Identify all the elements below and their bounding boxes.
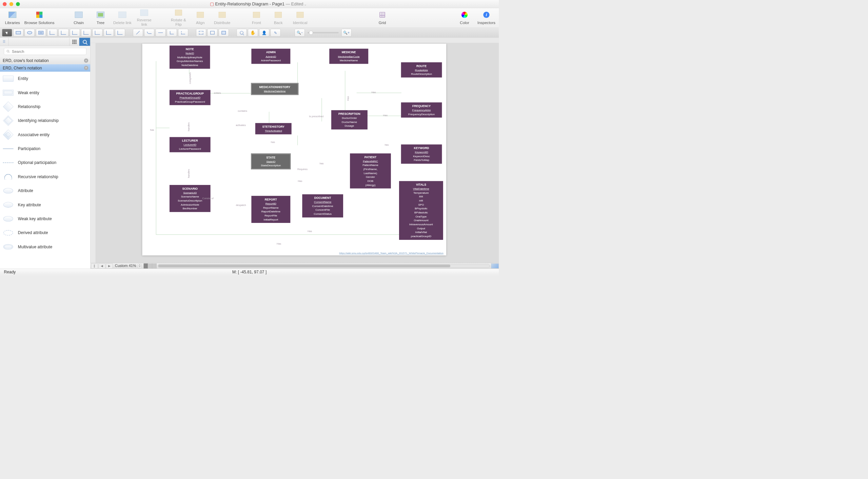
identical-button[interactable]: Identical bbox=[290, 9, 311, 27]
edge-label[interactable]: completes bbox=[189, 72, 192, 84]
library-crows-foot[interactable]: ERD, crow's foot notation× bbox=[0, 57, 90, 64]
pen-tool[interactable]: ✎ bbox=[271, 29, 281, 37]
zoom-in-tool[interactable] bbox=[237, 29, 247, 37]
line-tool-3[interactable] bbox=[156, 29, 166, 37]
zoom-readout[interactable]: Custom 41%▴▾ bbox=[115, 264, 141, 268]
shape-entity[interactable]: Entity bbox=[0, 71, 90, 85]
connector[interactable] bbox=[269, 112, 269, 123]
entity-lecturer[interactable]: LECTURERLecturerIDLecturerPassword bbox=[170, 137, 211, 152]
panel-expand-button[interactable]: ☰ bbox=[0, 38, 8, 46]
edge-label[interactable]: despatch bbox=[236, 204, 246, 207]
line-tool-5[interactable] bbox=[178, 29, 188, 37]
connector-tool-2[interactable] bbox=[58, 29, 68, 37]
edge-label[interactable]: Has bbox=[347, 96, 350, 101]
shape-weak-entity[interactable]: Weak entity bbox=[0, 86, 90, 100]
ellipse-tool[interactable] bbox=[24, 29, 35, 37]
entity-note[interactable]: NOTENoteIDMultidisciplinaryNoteGropuMemb… bbox=[170, 45, 210, 68]
edited-indicator[interactable]: — Edited ⌵ bbox=[286, 1, 306, 6]
edge-label[interactable]: Has bbox=[298, 180, 302, 183]
edge-label[interactable]: Has bbox=[277, 242, 281, 245]
horizontal-scrollbar[interactable] bbox=[158, 264, 490, 268]
group-tool-3[interactable] bbox=[219, 29, 229, 37]
minimize-window-button[interactable] bbox=[9, 2, 13, 6]
shape-multivalue-attribute[interactable]: Multivalue attribute bbox=[0, 240, 90, 254]
shape-key-attribute[interactable]: Key attribute bbox=[0, 198, 90, 212]
entity-medicationhistory[interactable]: MEDICATIONHISTORYMedicineDatetime bbox=[251, 83, 298, 95]
connector-tool-1[interactable] bbox=[47, 29, 57, 37]
reverse-link-button[interactable]: Reverse link bbox=[134, 9, 155, 27]
entity-medicine[interactable]: MEDICINEMedicineBarCodeMedicineName bbox=[329, 49, 368, 64]
user-tool[interactable]: 👤 bbox=[259, 29, 269, 37]
line-tool-4[interactable] bbox=[167, 29, 177, 37]
shape-derived-attribute[interactable]: Derived attribute bbox=[0, 226, 90, 240]
edge-label[interactable]: handles bbox=[187, 122, 190, 131]
align-button[interactable]: Align bbox=[190, 9, 211, 27]
entity-frequency[interactable]: FREQUENCYFrequencyAbbrFrequencyDescripti… bbox=[401, 102, 442, 118]
edge-label[interactable]: Consist of bbox=[202, 197, 214, 200]
source-link[interactable]: https://wiki.smu.edu.sg/is480/IS480_Team… bbox=[339, 252, 443, 255]
entity-stetehistory[interactable]: STETEHISTORYTimeActivated bbox=[255, 123, 292, 134]
edge-label[interactable]: has bbox=[320, 162, 324, 165]
connector-tool-5[interactable] bbox=[92, 29, 102, 37]
connector-tool-6[interactable] bbox=[104, 29, 114, 37]
line-tool-1[interactable] bbox=[133, 29, 143, 37]
connector[interactable] bbox=[357, 93, 401, 93]
text-tool[interactable] bbox=[36, 29, 46, 37]
library-search-input[interactable] bbox=[4, 48, 86, 55]
back-button[interactable]: Back bbox=[268, 9, 289, 27]
chain-button[interactable]: Chain bbox=[68, 9, 89, 27]
tree-button[interactable]: Tree bbox=[90, 9, 111, 27]
line-tool-2[interactable] bbox=[144, 29, 154, 37]
shape-optional-participation[interactable]: Optional participation bbox=[0, 156, 90, 170]
entity-admin[interactable]: ADMINAdminIDAdminPassword bbox=[251, 49, 290, 64]
page-carousel-button[interactable]: ‖ bbox=[91, 263, 98, 268]
libraries-button[interactable]: Libraries bbox=[2, 9, 23, 27]
entity-report[interactable]: REPORTReportIDReportNameRaportDatetimeRe… bbox=[251, 196, 290, 223]
entity-keyword[interactable]: KEYWORDKeywordIDKeywordDescFieldsToMap bbox=[401, 144, 442, 164]
edge-label[interactable]: Is prescribed bbox=[309, 115, 323, 118]
edge-label[interactable]: Has bbox=[383, 114, 388, 117]
edge-label[interactable]: handles bbox=[187, 169, 190, 178]
edge-label[interactable]: Has bbox=[308, 230, 312, 233]
edge-label[interactable]: contains bbox=[238, 109, 247, 112]
shape-associative-entity[interactable]: Associative entity bbox=[0, 128, 90, 142]
entity-patient[interactable]: PATIENTPatientNRICPatientName(FirstName,… bbox=[350, 153, 391, 188]
shape-recursive-relationship[interactable]: Recursive relationship bbox=[0, 170, 90, 184]
entity-state[interactable]: STATEStateIDStateDescription bbox=[251, 154, 290, 169]
panel-grid-view-button[interactable] bbox=[70, 38, 79, 46]
rotate-flip-button[interactable]: Rotate & Flip bbox=[168, 9, 189, 27]
connector[interactable] bbox=[156, 128, 170, 128]
page-prev-button[interactable]: ◀ bbox=[99, 263, 105, 268]
inspectors-button[interactable]: iInspectors bbox=[476, 9, 497, 27]
rectangle-tool[interactable] bbox=[13, 29, 23, 37]
delete-link-button[interactable]: Delete link bbox=[112, 9, 133, 27]
page-next-button[interactable]: ▶ bbox=[106, 263, 113, 268]
entity-vitals[interactable]: VITALSVitalDatetimeTemperatureRRHRSPOBPs… bbox=[399, 181, 443, 240]
edge-label[interactable]: has bbox=[271, 141, 275, 144]
edge-label[interactable]: has bbox=[384, 143, 389, 146]
connector[interactable] bbox=[156, 61, 156, 234]
entity-route[interactable]: ROUTERouteAbbrRouteDescription bbox=[401, 62, 442, 78]
entity-document[interactable]: DOCUMENTConsentNameConsentDatetimeConcen… bbox=[302, 194, 343, 217]
selection-tool[interactable] bbox=[2, 29, 12, 37]
shape-participation[interactable]: Participation bbox=[0, 142, 90, 155]
connector-tool-7[interactable] bbox=[115, 29, 125, 37]
color-button[interactable]: Color bbox=[454, 9, 475, 27]
close-window-button[interactable] bbox=[3, 2, 6, 6]
edge-label[interactable]: Has bbox=[371, 91, 376, 94]
grid-button[interactable]: Grid bbox=[372, 9, 393, 27]
page-tabs[interactable] bbox=[143, 263, 156, 268]
entity-prescription[interactable]: PRESCRIPTIONDoctorOrderDoctorNameDosage bbox=[331, 110, 368, 129]
connector[interactable] bbox=[297, 136, 298, 145]
panel-search-mode-button[interactable] bbox=[79, 38, 90, 46]
connector[interactable] bbox=[321, 98, 322, 122]
library-chens[interactable]: ERD, Chen's notation× bbox=[0, 64, 90, 72]
canvas-page[interactable]: NOTENoteIDMultidisciplinaryNoteGropuMemb… bbox=[142, 44, 447, 255]
zoom-window-button[interactable] bbox=[16, 2, 20, 6]
group-tool-1[interactable] bbox=[196, 29, 206, 37]
group-tool-2[interactable] bbox=[207, 29, 217, 37]
zoom-slider[interactable] bbox=[308, 32, 339, 33]
connector-tool-3[interactable] bbox=[70, 29, 80, 37]
entity-practicalgroup[interactable]: PRACTICALGROUPPracticalGroupIDPracticalG… bbox=[170, 90, 211, 105]
edge-label[interactable]: has bbox=[150, 128, 154, 131]
